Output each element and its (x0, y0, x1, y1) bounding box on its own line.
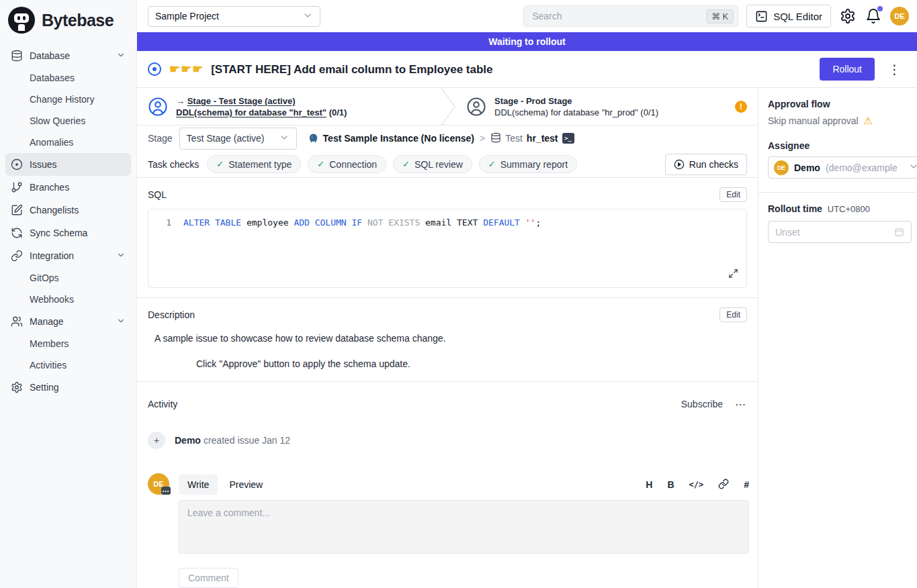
sidebar-item-webhooks[interactable]: Webhooks (5, 289, 131, 310)
activity-more-icon[interactable]: ⋯ (735, 398, 747, 411)
chevron-down-icon (908, 161, 917, 174)
check-connection[interactable]: ✓ Connection (308, 155, 386, 173)
left-sidebar: Bytebase Database Databases Change Histo… (0, 0, 137, 588)
comment-avatar: DE ••• (148, 473, 171, 588)
database-icon (11, 50, 23, 62)
task-checks-bar: Task checks ✓ Statement type ✓ Connectio… (137, 152, 758, 178)
description-line: Click "Approve" button to apply the sche… (196, 358, 747, 369)
sql-section-title: SQL (148, 189, 167, 200)
postgresql-icon (308, 133, 319, 144)
issue-side-panel: Approval flow Skip manual approval ⚠ Ass… (758, 88, 917, 588)
sidebar-item-members[interactable]: Members (5, 333, 131, 354)
check-statement-type[interactable]: ✓ Statement type (207, 155, 301, 173)
pen-square-icon (11, 204, 23, 216)
database-icon (490, 132, 501, 145)
heading-icon[interactable]: H (646, 479, 652, 490)
brand-name: Bytebase (42, 11, 114, 30)
tab-preview[interactable]: Preview (220, 475, 271, 495)
issue-detail-panel: → Stage - Test Stage (active) DDL(schema… (137, 88, 758, 588)
status-banner: Waiting to rollout (137, 32, 917, 51)
notifications-button[interactable] (865, 7, 882, 25)
sidebar-item-activities[interactable]: Activities (5, 354, 131, 376)
project-selector[interactable]: Sample Project (148, 6, 320, 27)
tab-write[interactable]: Write (179, 475, 218, 495)
database-name[interactable]: hr_test (527, 133, 558, 144)
check-icon: ✓ (488, 159, 496, 169)
sidebar-item-databases[interactable]: Databases (5, 67, 131, 89)
settings-button[interactable] (839, 7, 857, 25)
expand-editor-icon[interactable] (728, 268, 738, 281)
sql-edit-button[interactable]: Edit (719, 187, 747, 202)
chevron-down-icon (116, 50, 126, 62)
code-icon[interactable]: </> (689, 480, 704, 489)
activity-title: Activity (148, 399, 177, 409)
check-summary-report[interactable]: ✓ Summary report (479, 155, 577, 173)
sidebar-item-database[interactable]: Database (5, 44, 131, 67)
chevron-down-icon (302, 10, 313, 23)
stage-label: Stage (148, 133, 173, 144)
sql-editor-button[interactable]: SQL Editor (746, 5, 831, 28)
user-avatar[interactable]: DE (890, 7, 909, 26)
formatting-toolbar: H B </> # (646, 479, 749, 491)
stage-select[interactable]: Test Stage (active) (179, 128, 297, 150)
search-shortcut-badge: ⌘ K (706, 9, 734, 23)
sidebar-item-integration[interactable]: Integration (5, 244, 131, 267)
rollout-time-title: Rollout time UTC+0800 (768, 203, 917, 214)
brand-logo[interactable]: Bytebase (0, 0, 136, 39)
instance-name[interactable]: Test Sample Instance (No license) (323, 133, 474, 144)
sidebar-item-change-history[interactable]: Change History (5, 89, 131, 110)
sidebar-item-setting[interactable]: Setting (5, 376, 131, 399)
sidebar-item-branches[interactable]: Branches (5, 176, 131, 199)
description-edit-button[interactable]: Edit (719, 307, 747, 322)
assignee-select[interactable]: DE Demo (demo@example (768, 156, 917, 179)
description-section: Description Edit A sample issue to showc… (137, 298, 758, 382)
subscribe-button[interactable]: Subscribe (681, 399, 723, 409)
search-input[interactable]: Search ⌘ K (523, 5, 738, 27)
stage-card-test[interactable]: → Stage - Test Stage (active) DDL(schema… (137, 88, 441, 125)
warning-triangle-icon: ⚠ (864, 115, 873, 126)
app-root: Bytebase Database Databases Change Histo… (0, 0, 917, 588)
sidebar-item-issues[interactable]: Issues (5, 153, 131, 176)
comment-tabs: Write Preview H B </> # (179, 473, 749, 496)
bold-icon[interactable]: B (667, 479, 674, 490)
rollout-time-input[interactable]: Unset (768, 221, 912, 243)
run-checks-button[interactable]: Run checks (665, 154, 747, 175)
assignee-title: Assignee (768, 140, 917, 151)
link-icon[interactable] (718, 479, 729, 491)
divider (758, 192, 917, 193)
sidebar-item-label: Database (30, 50, 70, 61)
terminal-square-icon (755, 10, 768, 23)
stage-card-prod[interactable]: Stage - Prod Stage DDL(schema) for datab… (455, 88, 758, 125)
sidebar-item-slow-queries[interactable]: Slow Queries (5, 110, 131, 132)
issue-status-icon (148, 62, 161, 76)
sidebar-item-changelists[interactable]: Changelists (5, 199, 131, 222)
sidebar-item-manage[interactable]: Manage (5, 310, 131, 333)
sidebar-item-sync-schema[interactable]: Sync Schema (5, 222, 131, 244)
open-sql-editor-icon[interactable]: >_ (562, 133, 574, 144)
check-sql-review[interactable]: ✓ SQL review (393, 155, 472, 173)
activity-section: Activity Subscribe ⋯ + Democreated issue… (137, 382, 758, 588)
sql-editor-box[interactable]: 1ALTER TABLE employee ADD COLUMN IF NOT … (148, 209, 747, 288)
comment-editor: DE ••• Write Preview H B </> (148, 473, 747, 588)
sql-code-line: 1ALTER TABLE employee ADD COLUMN IF NOT … (148, 209, 746, 228)
hash-icon[interactable]: # (744, 479, 749, 490)
chevron-down-icon (116, 250, 126, 262)
rollout-button[interactable]: Rollout (820, 58, 875, 81)
gear-icon (11, 381, 23, 393)
comment-submit-button[interactable]: Comment (179, 568, 238, 588)
database-breadcrumb: Test Sample Instance (No license) > Test… (308, 132, 574, 145)
sync-icon (11, 227, 23, 239)
kebab-menu-icon[interactable]: ⋮ (883, 62, 906, 77)
approval-flow-title: Approval flow (768, 99, 917, 109)
play-circle-icon (674, 159, 685, 170)
comment-input[interactable] (179, 500, 749, 554)
description-line: A sample issue to showcase how to review… (155, 333, 747, 344)
stage-separator (441, 88, 455, 126)
check-icon: ✓ (216, 159, 224, 169)
sidebar-item-anomalies[interactable]: Anomalies (5, 132, 131, 153)
project-selector-value: Sample Project (155, 11, 219, 21)
git-branch-icon (11, 181, 23, 193)
issue-header: ☛☛☛ [START HERE] Add email column to Emp… (137, 51, 917, 88)
check-icon: ✓ (402, 159, 410, 169)
sidebar-item-gitops[interactable]: GitOps (5, 267, 131, 289)
